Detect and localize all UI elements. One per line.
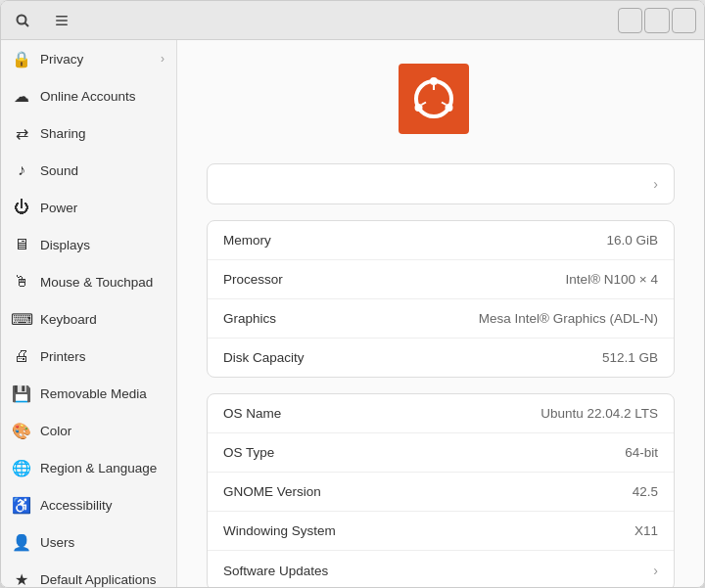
hardware-row-2: GraphicsMesa Intel® Graphics (ADL-N)	[208, 299, 674, 339]
sidebar-item-color[interactable]: 🎨Color	[1, 412, 176, 449]
printers-label: Printers	[40, 349, 164, 364]
ubuntu-logo-area	[207, 64, 675, 134]
sw-label-4: Software Updates	[223, 564, 645, 578]
sidebar-item-sharing[interactable]: ⇄Sharing	[1, 114, 176, 152]
titlebar	[1, 1, 704, 40]
region-language-label: Region & Language	[40, 461, 164, 475]
sidebar-item-users[interactable]: 👤Users	[1, 523, 176, 561]
sound-icon: ♪	[13, 161, 30, 179]
hardware-row-1: ProcessorIntel® N100 × 4	[208, 260, 674, 299]
power-label: Power	[40, 201, 164, 215]
hw-value-1: Intel® N100 × 4	[566, 272, 658, 287]
sidebar-item-displays[interactable]: 🖥Displays	[1, 226, 176, 263]
sw-label-1: OS Type	[223, 445, 625, 460]
sidebar-item-privacy[interactable]: 🔒Privacy›	[1, 40, 176, 77]
sw-value-2: 42.5	[633, 484, 658, 499]
hw-label-3: Disk Capacity	[223, 350, 602, 365]
sw-label-0: OS Name	[223, 406, 540, 421]
privacy-label: Privacy	[40, 52, 151, 67]
sound-label: Sound	[40, 163, 164, 178]
search-button[interactable]	[9, 7, 36, 34]
svg-point-8	[446, 104, 453, 112]
mouse-touchpad-label: Mouse & Touchpad	[40, 275, 164, 290]
sidebar-item-default-applications[interactable]: ★Default Applications	[1, 561, 176, 587]
software-row-2: GNOME Version42.5	[208, 473, 674, 512]
sw-label-2: GNOME Version	[223, 484, 633, 499]
accessibility-icon: ♿	[13, 496, 30, 514]
titlebar-right	[618, 8, 696, 33]
hw-value-3: 512.1 GB	[602, 350, 658, 365]
users-label: Users	[40, 535, 164, 550]
settings-window: 🔒Privacy›☁Online Accounts⇄Sharing♪Sound⏻…	[0, 0, 705, 588]
color-icon: 🎨	[13, 422, 30, 439]
svg-point-6	[430, 77, 438, 85]
hw-label-1: Processor	[223, 272, 566, 287]
sharing-icon: ⇄	[13, 124, 30, 142]
hardware-row-3: Disk Capacity512.1 GB	[208, 339, 674, 377]
svg-point-0	[18, 15, 26, 23]
color-label: Color	[40, 424, 164, 438]
sidebar-item-mouse-touchpad[interactable]: 🖱Mouse & Touchpad	[1, 263, 176, 300]
sharing-label: Sharing	[40, 126, 164, 141]
displays-label: Displays	[40, 238, 164, 252]
power-icon: ⏻	[13, 199, 30, 216]
sw-value-1: 64-bit	[625, 445, 658, 460]
region-language-icon: 🌐	[13, 459, 30, 476]
removable-media-label: Removable Media	[40, 386, 164, 401]
sidebar-item-printers[interactable]: 🖨Printers	[1, 338, 176, 375]
sidebar-item-keyboard[interactable]: ⌨Keyboard	[1, 300, 176, 338]
hw-value-0: 16.0 GiB	[606, 233, 658, 248]
hw-label-2: Graphics	[223, 311, 479, 326]
software-section: OS NameUbuntu 22.04.2 LTSOS Type64-bitGN…	[207, 393, 675, 587]
hardware-section: Memory16.0 GiBProcessorIntel® N100 × 4Gr…	[207, 220, 675, 378]
default-applications-label: Default Applications	[40, 572, 164, 587]
online-accounts-icon: ☁	[13, 87, 30, 105]
online-accounts-label: Online Accounts	[40, 89, 164, 104]
removable-media-icon: 💾	[13, 384, 30, 402]
svg-line-1	[25, 23, 29, 26]
software-row-4[interactable]: Software Updates›	[208, 551, 674, 587]
svg-rect-3	[56, 20, 68, 22]
svg-line-11	[442, 103, 446, 106]
hw-value-2: Mesa Intel® Graphics (ADL-N)	[479, 311, 658, 326]
sidebar-item-removable-media[interactable]: 💾Removable Media	[1, 375, 176, 412]
svg-point-7	[415, 104, 423, 112]
close-button[interactable]	[672, 8, 696, 33]
sidebar-item-region-language[interactable]: 🌐Region & Language	[1, 449, 176, 486]
minimize-button[interactable]	[618, 8, 642, 33]
svg-line-10	[422, 103, 427, 106]
sw-value-0: Ubuntu 22.04.2 LTS	[540, 406, 658, 421]
content-area: 🔒Privacy›☁Online Accounts⇄Sharing♪Sound⏻…	[1, 40, 704, 587]
device-name-section: ›	[207, 163, 675, 204]
ubuntu-icon	[399, 64, 469, 134]
sidebar-item-online-accounts[interactable]: ☁Online Accounts	[1, 77, 176, 114]
svg-rect-4	[56, 23, 68, 25]
privacy-chevron: ›	[161, 52, 164, 66]
sw-chevron-4: ›	[653, 563, 658, 578]
displays-icon: 🖥	[13, 236, 30, 253]
software-row-3: Windowing SystemX11	[208, 512, 674, 551]
sidebar-item-sound[interactable]: ♪Sound	[1, 152, 176, 189]
titlebar-left	[9, 7, 185, 34]
software-row-1: OS Type64-bit	[208, 433, 674, 473]
sidebar: 🔒Privacy›☁Online Accounts⇄Sharing♪Sound⏻…	[1, 40, 177, 587]
privacy-icon: 🔒	[13, 50, 30, 68]
device-name-chevron: ›	[653, 176, 658, 192]
sw-label-3: Windowing System	[223, 523, 634, 538]
mouse-touchpad-icon: 🖱	[13, 273, 30, 291]
device-name-row[interactable]: ›	[208, 164, 674, 204]
svg-rect-2	[56, 16, 68, 18]
accessibility-label: Accessibility	[40, 498, 164, 513]
hardware-row-0: Memory16.0 GiB	[208, 221, 674, 260]
menu-button[interactable]	[48, 7, 75, 34]
keyboard-icon: ⌨	[13, 310, 30, 328]
keyboard-label: Keyboard	[40, 312, 164, 327]
sidebar-item-power[interactable]: ⏻Power	[1, 189, 176, 226]
main-content: › Memory16.0 GiBProcessorIntel® N100 × 4…	[177, 40, 704, 587]
maximize-button[interactable]	[644, 8, 669, 33]
hw-label-0: Memory	[223, 233, 606, 248]
printers-icon: 🖨	[13, 347, 30, 365]
sidebar-item-accessibility[interactable]: ♿Accessibility	[1, 486, 176, 523]
users-icon: 👤	[13, 533, 30, 551]
default-applications-icon: ★	[13, 570, 30, 587]
